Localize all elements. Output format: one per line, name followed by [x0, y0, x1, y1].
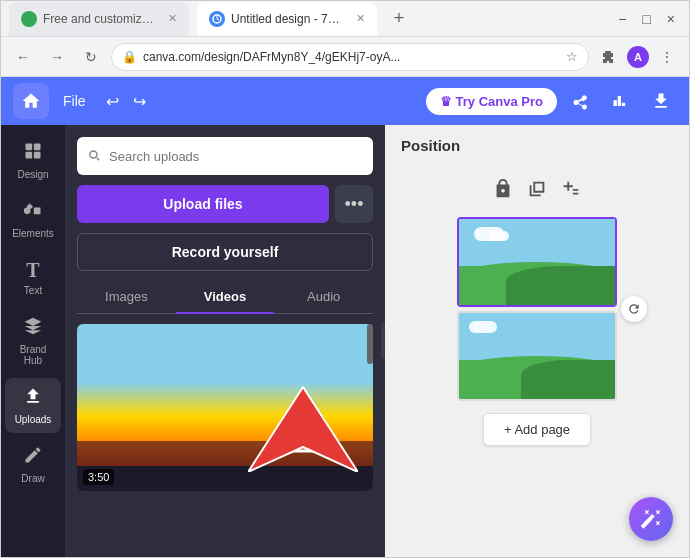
svg-marker-7 [248, 387, 358, 472]
uploads-panel: Upload files ••• Record yourself Images … [65, 125, 385, 557]
add-page-icon[interactable] [560, 178, 582, 205]
scroll-handle[interactable] [367, 324, 373, 364]
url-text: canva.com/design/DAFrMyn8Y_4/gEKHj7-oyA.… [143, 50, 560, 64]
sidebar-item-brandhub[interactable]: Brand Hub [5, 308, 61, 374]
panel-collapse-arrow[interactable]: › [381, 323, 385, 359]
sidebar-item-draw[interactable]: Draw [5, 437, 61, 492]
upload-files-button[interactable]: Upload files [77, 185, 329, 223]
right-panel-title: Position [385, 125, 689, 166]
redo-button[interactable]: ↪ [127, 88, 152, 115]
reload-button[interactable]: ↻ [77, 43, 105, 71]
address-bar: ← → ↻ 🔒 canva.com/design/DAFrMyn8Y_4/gEK… [1, 37, 689, 77]
sidebar-item-text[interactable]: T Text [5, 251, 61, 304]
sidebar-text-label: Text [24, 285, 42, 296]
new-tab-button[interactable]: + [385, 5, 413, 33]
tab1-close[interactable]: ✕ [168, 12, 177, 25]
draw-icon [23, 445, 43, 470]
file-menu[interactable]: File [53, 89, 96, 113]
try-pro-label: Try Canva Pro [456, 94, 543, 109]
elements-icon [23, 200, 43, 225]
refresh-button[interactable] [621, 296, 647, 322]
forward-button[interactable]: → [43, 43, 71, 71]
minimize-button[interactable]: − [612, 11, 632, 27]
sidebar-item-uploads[interactable]: Uploads [5, 378, 61, 433]
tab1-label: Free and customizable Insta... [43, 12, 158, 26]
right-panel: Position [385, 125, 689, 557]
url-bar[interactable]: 🔒 canva.com/design/DAFrMyn8Y_4/gEKHj7-oy… [111, 43, 589, 71]
lock-icon[interactable] [492, 178, 514, 205]
text-icon: T [26, 259, 39, 282]
red-arrow-overlay [248, 382, 358, 476]
brandhub-icon [23, 316, 43, 341]
svg-rect-4 [34, 152, 41, 159]
svg-rect-3 [26, 152, 33, 159]
sidebar-uploads-label: Uploads [15, 414, 52, 425]
maximize-button[interactable]: □ [636, 11, 656, 27]
try-pro-button[interactable]: ♛ Try Canva Pro [426, 88, 557, 115]
canvas-page-1[interactable] [457, 217, 617, 307]
sidebar-item-elements[interactable]: Elements [5, 192, 61, 247]
browser-frame: Free and customizable Insta... ✕ Untitle… [0, 0, 690, 558]
tab-videos[interactable]: Videos [176, 281, 275, 314]
canvas-page-2[interactable] [457, 311, 617, 401]
duplicate-icon[interactable] [526, 178, 548, 205]
canvas-preview-area [457, 217, 617, 401]
magic-button[interactable] [629, 497, 673, 541]
tab-1[interactable]: Free and customizable Insta... ✕ [9, 2, 189, 36]
uploads-icon [23, 386, 43, 411]
close-button[interactable]: × [661, 11, 681, 27]
sidebar-elements-label: Elements [12, 228, 54, 239]
search-input[interactable] [109, 149, 363, 164]
profile-icon[interactable]: A [627, 46, 649, 68]
tab-2[interactable]: Untitled design - 700 × 400p... ✕ [197, 2, 377, 36]
crown-icon: ♛ [440, 94, 452, 109]
sidebar-brandhub-label: Brand Hub [11, 344, 55, 366]
sidebar-draw-label: Draw [21, 473, 44, 484]
svg-rect-1 [26, 144, 33, 151]
app-body: Design Elements T Text Brand Hub [1, 125, 689, 557]
tab1-favicon [21, 11, 37, 27]
video-grid: 3:50 [77, 324, 373, 545]
design-icon [23, 141, 43, 166]
more-options-button[interactable]: ••• [335, 185, 373, 223]
add-page-button[interactable]: + Add page [483, 413, 591, 446]
tab2-close[interactable]: ✕ [356, 12, 365, 25]
extensions-icon[interactable] [595, 43, 623, 71]
video-thumbnail[interactable]: 3:50 [77, 324, 373, 491]
sidebar-item-design[interactable]: Design [5, 133, 61, 188]
analytics-icon[interactable] [605, 85, 637, 117]
tab2-favicon [209, 11, 225, 27]
share-icon[interactable] [565, 85, 597, 117]
undo-button[interactable]: ↩ [100, 88, 125, 115]
publish-icon[interactable] [645, 85, 677, 117]
back-button[interactable]: ← [9, 43, 37, 71]
left-sidebar: Design Elements T Text Brand Hub [1, 125, 65, 557]
upload-row: Upload files ••• [77, 185, 373, 223]
tab-images[interactable]: Images [77, 281, 176, 313]
search-bar[interactable] [77, 137, 373, 175]
title-bar: Free and customizable Insta... ✕ Untitle… [1, 1, 689, 37]
svg-rect-2 [34, 144, 41, 151]
tab2-label: Untitled design - 700 × 400p... [231, 12, 346, 26]
record-yourself-button[interactable]: Record yourself [77, 233, 373, 271]
tab-audio[interactable]: Audio [274, 281, 373, 313]
bookmark-icon[interactable]: ☆ [566, 49, 578, 64]
sidebar-design-label: Design [17, 169, 48, 180]
app-top-nav: File ↩ ↪ ♛ Try Canva Pro [1, 77, 689, 125]
canvas-tools [492, 178, 582, 205]
search-icon [87, 148, 101, 165]
video-duration: 3:50 [83, 469, 114, 485]
home-button[interactable] [13, 83, 49, 119]
menu-icon[interactable]: ⋮ [653, 43, 681, 71]
media-tabs: Images Videos Audio [77, 281, 373, 314]
